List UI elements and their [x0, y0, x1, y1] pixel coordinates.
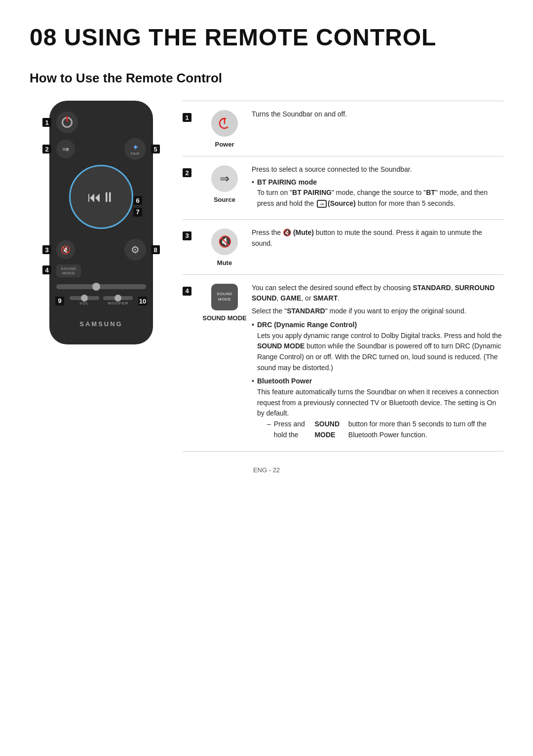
instr-source-icon: ⇒ [211, 165, 238, 192]
callout-8: 8 [151, 245, 160, 254]
vol-woofer-row: 9 VOL WOOFER 10 [56, 296, 146, 305]
instr-soundmode-icon: SOUNDMODE [211, 284, 238, 310]
instr-num-4: 4 [183, 287, 191, 296]
mute-inline-icon: 🔇 [283, 227, 291, 238]
page-footer: ENG - 22 [30, 466, 503, 474]
instruction-row-source: 2 ⇒ Source Press to select a source conn… [183, 156, 503, 219]
woofer-slider[interactable] [103, 296, 133, 300]
instr-power-icon [211, 110, 238, 137]
callout-6: 6 [133, 196, 142, 205]
instruction-row-soundmode: 4 SOUNDMODE SOUND MODE You can select th… [183, 274, 503, 452]
instr-source-text: Press to select a source connected to th… [247, 164, 503, 211]
vol-slider[interactable] [70, 296, 99, 300]
instr-num-1: 1 [183, 113, 191, 122]
mute-button[interactable]: 🔇 [56, 240, 75, 259]
remote-body: 1 2 ⇒ 5 ✦ PAIR [49, 101, 153, 344]
instr-mute-icon: 🔇 [211, 228, 238, 255]
drc-bullet: DRC (Dynamic Range Control) Lets you app… [252, 320, 503, 373]
vol-thumb [81, 295, 88, 302]
callout-2: 2 [42, 145, 51, 153]
sound-mode-label: SOUNDMODE [61, 266, 76, 275]
remote-mute-row: 3 🔇 8 ⚙ [56, 239, 146, 261]
instr-mute-text: Press the 🔇 (Mute) button to mute the so… [247, 227, 503, 251]
play-pause-button[interactable]: ⏮⏸ [69, 165, 133, 229]
source-button[interactable]: ⇒ [56, 140, 75, 158]
remote-top-row: 1 [56, 112, 146, 133]
callout-3: 3 [42, 245, 51, 254]
remote-soundmode-row: 4 SOUNDMODE [56, 265, 146, 280]
instr-num-3: 3 [183, 231, 191, 240]
callout-4: 4 [42, 265, 51, 274]
power-icon [62, 117, 73, 128]
callout-5: 5 [151, 145, 160, 153]
instruction-row-mute: 3 🔇 Mute Press the 🔇 (Mute) button to mu… [183, 219, 503, 274]
source-inline-icon: ⇒ [317, 200, 327, 208]
instr-soundmode-text: You can select the desired sound effect … [247, 283, 503, 444]
pair-label: PAIR [131, 152, 140, 155]
samsung-label: SAMSUNG [79, 320, 122, 328]
instr-soundmode-label: SOUND MODE [202, 314, 247, 322]
woofer-thumb [114, 295, 121, 302]
bt-pairing-bullet: BT PAIRING mode To turn on "BT PAIRING" … [252, 177, 503, 209]
remote-col: 1 2 ⇒ 5 ✦ PAIR [30, 101, 173, 344]
instr-mute-label: Mute [217, 259, 232, 266]
sound-mode-button[interactable]: SOUNDMODE [56, 265, 81, 277]
sound-mode-slider[interactable] [56, 284, 146, 289]
instr-source-label: Source [214, 196, 235, 203]
remote-mid-row: 2 ⇒ 5 ✦ PAIR [56, 138, 146, 160]
bt-power-bullet: Bluetooth Power This feature automatical… [252, 376, 503, 441]
instr-num-2: 2 [183, 168, 191, 177]
play-pause-icon: ⏮⏸ [87, 189, 115, 205]
instr-power-label: Power [215, 141, 234, 148]
section-title: How to Use the Remote Control [30, 71, 503, 86]
callout-1: 1 [42, 118, 51, 127]
instructions-col: 1 Power Turns the Soundbar on and off. 2 [183, 101, 503, 452]
instr-power-text: Turns the Soundbar on and off. [247, 109, 503, 122]
bt-pair-button[interactable]: ✦ PAIR [124, 138, 146, 160]
vol-slider-group: VOL [70, 296, 99, 305]
callout-9: 9 [55, 297, 64, 305]
callout-10: 10 [138, 297, 147, 305]
soundmode-sub-bullet: Press and hold the SOUND MODE button for… [267, 419, 503, 440]
callout-7: 7 [133, 208, 142, 217]
woofer-slider-group: WOOFER [103, 296, 133, 305]
instruction-row-power: 1 Power Turns the Soundbar on and off. [183, 101, 503, 156]
woofer-label: WOOFER [108, 301, 128, 305]
main-layout: 1 2 ⇒ 5 ✦ PAIR [30, 101, 503, 452]
power-button[interactable] [56, 112, 78, 133]
vol-label: VOL [79, 301, 89, 305]
page-title: 08 USING THE REMOTE CONTROL [30, 24, 503, 51]
settings-button[interactable]: ⚙ [124, 239, 146, 261]
